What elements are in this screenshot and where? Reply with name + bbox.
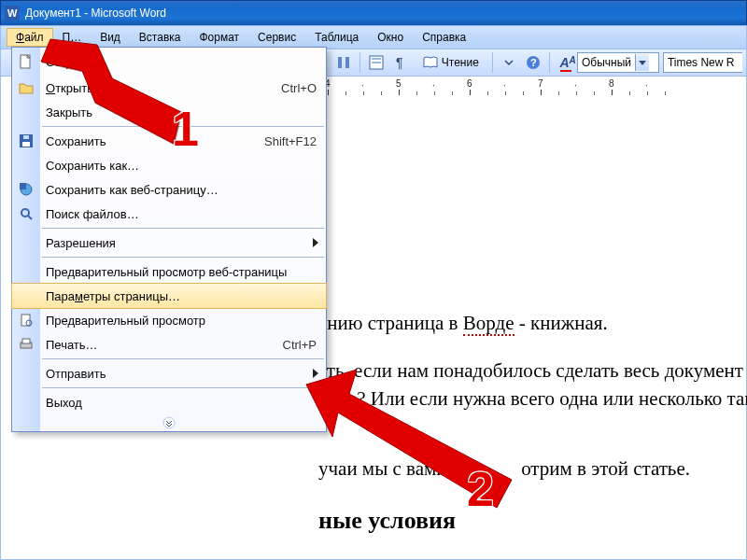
toolbar-separator [359,52,360,73]
svg-rect-24 [22,339,30,343]
menu-view[interactable]: Вид [91,28,130,47]
save-web-icon [17,180,35,199]
menu-item-print-preview[interactable]: Предварительный просмотр [12,308,326,332]
window-title: Документ1 - Microsoft Word [25,7,166,20]
svg-rect-18 [20,183,26,189]
printer-icon [17,335,35,354]
menu-help[interactable]: Справка [413,28,475,47]
word-app-icon: W [5,6,20,21]
columns-button[interactable] [333,51,354,74]
menu-item-permissions[interactable]: Разрешения [12,231,326,255]
toolbar-separator [492,52,493,73]
menu-file[interactable]: Файл [7,28,53,47]
svg-rect-15 [22,142,30,147]
style-icon[interactable]: AA [556,51,573,74]
menu-item-file-search[interactable]: Поиск файлов… [12,202,326,226]
menu-item-close[interactable]: Закрыть [12,100,326,124]
svg-rect-16 [23,135,29,139]
zoom-dropdown-icon[interactable] [499,51,519,74]
menu-item-save[interactable]: Сохранить Shift+F12 [12,129,326,153]
svg-rect-9 [372,62,381,63]
show-formatting-button[interactable]: ¶ [391,51,412,74]
save-disk-icon [17,132,35,150]
menu-window[interactable]: Окно [368,28,413,47]
menu-insert[interactable]: Вставка [130,28,190,47]
toolbar-separator [549,52,550,73]
doc-map-button[interactable] [366,51,387,74]
style-combo-value: Обычный [582,56,631,69]
annotation-number-1: 1 [172,101,199,157]
menu-separator [42,257,324,258]
menu-item-exit[interactable]: Выход [12,390,326,414]
submenu-arrow-icon [313,238,318,247]
print-preview-icon [17,311,35,329]
svg-rect-8 [372,58,381,60]
svg-text:¶: ¶ [396,55,403,70]
menu-item-page-setup[interactable]: Параметры страницы… [11,283,327,309]
svg-text:?: ? [530,57,537,68]
menu-item-print[interactable]: Печать… Ctrl+P [12,332,326,357]
menu-separator [42,228,324,229]
reading-label: Чтение [442,56,479,69]
menu-item-send[interactable]: Отправить [12,361,326,385]
help-button[interactable]: ? [523,51,543,74]
chevron-down-icon[interactable] [635,54,649,71]
reading-layout-button[interactable]: Чтение [416,52,486,73]
menu-item-web-preview[interactable]: Предварительный просмотр веб-страницы [12,259,326,284]
submenu-arrow-icon [313,369,318,378]
menu-separator [42,387,324,388]
svg-text:W: W [7,7,18,19]
style-combo[interactable]: Обычный [577,52,659,73]
svg-rect-5 [338,57,342,68]
svg-rect-6 [345,57,349,68]
menu-format[interactable]: Формат [190,28,248,47]
menu-item-save-as[interactable]: Сохранить как… [12,153,326,177]
menu-item-create[interactable]: Создать… [12,48,326,76]
svg-line-20 [28,216,32,219]
search-icon [17,204,35,223]
menu-tools[interactable]: Сервис [248,28,305,47]
font-combo[interactable]: Times New R [663,52,742,73]
font-combo-value: Times New R [668,56,735,69]
menu-item-open[interactable]: Открыть… Ctrl+O [12,76,326,100]
open-folder-icon [17,78,35,97]
svg-point-19 [21,209,29,217]
menu-edit[interactable]: П… [53,28,92,47]
book-icon [423,56,438,69]
menu-table[interactable]: Таблица [305,28,368,47]
menu-separator [42,358,324,359]
titlebar: W Документ1 - Microsoft Word [0,0,747,25]
menu-item-save-as-web[interactable]: Сохранить как веб-страницу… [12,177,326,202]
chevron-down-icon [162,416,176,429]
file-menu-dropdown: Создать… Открыть… Ctrl+O Закрыть Сохрани… [11,47,327,432]
annotation-number-2: 2 [467,461,494,517]
new-doc-icon [17,52,35,71]
menu-expand-chevron[interactable] [12,414,326,431]
